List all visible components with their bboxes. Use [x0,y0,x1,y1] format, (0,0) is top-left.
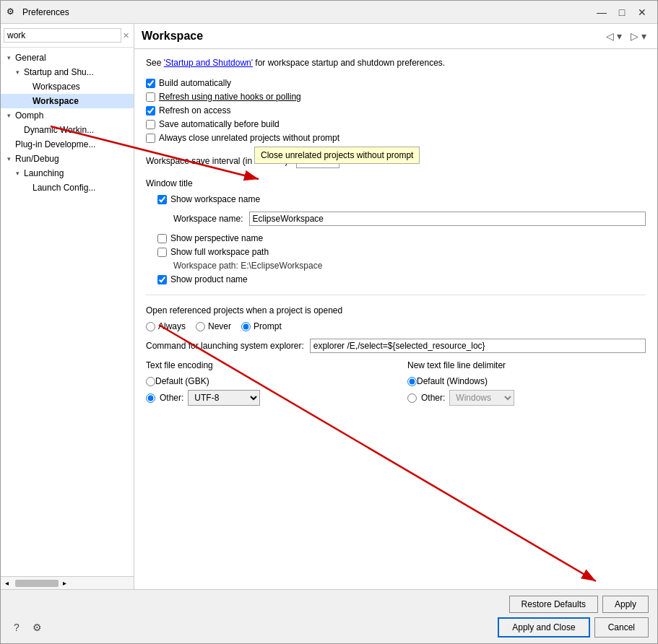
delimiter-other-radio[interactable] [407,393,417,403]
line-delimiter-text: New text file line delimiter [407,360,506,370]
tree-item-workspaces[interactable]: Workspaces [1,79,134,94]
save-interval-input[interactable]: 5 [296,154,339,168]
forward-button[interactable]: ▷ ▾ [627,28,650,44]
scroll-right-button[interactable]: ▸ [59,578,70,589]
always-close-checkbox[interactable] [146,134,155,143]
tree-item-dynamic[interactable]: Dynamic Workin... [1,123,134,137]
show-product-label: Show product name [170,274,248,284]
refresh-native-label: Refresh using native hooks or polling [159,92,301,102]
workspace-path-label: Workspace path: [173,261,241,271]
info-prefix: See [146,58,164,68]
maximize-button[interactable]: □ [612,3,631,22]
line-delimiter-section: New text file line delimiter Default (Wi… [407,360,646,406]
show-product-checkbox[interactable] [157,275,167,284]
never-radio[interactable] [196,322,205,331]
show-product-row: Show product name [157,274,646,284]
build-auto-label: Build automatically [159,78,231,88]
radio-never: Never [196,321,231,331]
delimiter-default-radio[interactable] [407,377,417,386]
tree-item-startup[interactable]: ▾ Startup and Shu... [1,65,134,79]
tree-item-oomph[interactable]: ▾ Oomph [1,108,134,123]
tree-item-general[interactable]: ▾ General [1,51,134,65]
command-label: Command for launching system explorer: [146,341,304,351]
workspace-name-label: Workspace name: [173,214,243,224]
search-input[interactable]: work [4,28,121,43]
delimiter-other-label: Other: [421,393,445,403]
tree-label: Workspaces [31,82,80,92]
tree-item-plugin[interactable]: Plug-in Developme... [1,137,134,152]
restore-defaults-button[interactable]: Restore Defaults [509,596,598,613]
workspace-name-input[interactable] [249,212,646,226]
cancel-button[interactable]: Cancel [594,617,649,638]
tree-label: Workspace [31,96,79,106]
right-header: Workspace ◁ ▾ ▷ ▾ [134,24,657,49]
bottom-buttons-row: Restore Defaults Apply [9,596,649,613]
search-clear-button[interactable]: ✕ [121,31,131,40]
prompt-radio[interactable] [241,322,251,331]
toggle-icon: ▾ [4,53,14,63]
refresh-access-label: Refresh on access [159,105,230,116]
main-content: work ✕ ▾ General ▾ Startup and Shu... [1,24,657,589]
two-col-section: Text file encoding Default (GBK) Other: … [146,360,646,406]
close-button[interactable]: ✕ [633,3,651,22]
refresh-native-checkbox[interactable] [146,92,155,102]
window-title: Preferences [22,7,592,17]
tree-label: Oomph [14,110,43,121]
workspace-path-line: Workspace path: E:\EclipseWorkspace [173,261,646,271]
refresh-access-checkbox[interactable] [146,106,155,116]
always-label: Always [158,321,186,331]
tree-label: Dynamic Workin... [22,125,94,135]
footer-icons: ? ⚙ [9,617,44,638]
toggle-icon: ▾ [12,168,22,178]
save-auto-checkbox[interactable] [146,120,155,129]
show-perspective-checkbox[interactable] [157,234,167,243]
toggle-icon: ▾ [4,154,14,164]
open-referenced-label: Open referenced projects when a project … [146,305,646,316]
delimiter-select[interactable]: Windows Unix Mac [449,390,514,406]
scroll-left-button[interactable]: ◂ [1,578,12,589]
settings-footer-icon[interactable]: ⚙ [30,620,44,635]
scroll-thumb[interactable] [15,580,59,587]
app-icon: ⚙ [7,6,18,18]
encoding-other-row: Other: UTF-8 GBK ISO-8859-1 [146,390,384,406]
encoding-other-radio[interactable] [146,393,155,403]
tree-item-launching[interactable]: ▾ Launching [1,166,134,180]
encoding-select[interactable]: UTF-8 GBK ISO-8859-1 [188,390,260,406]
minimize-button[interactable]: ― [592,3,611,22]
toggle-icon [21,96,31,106]
apply-button[interactable]: Apply [602,596,649,613]
tree-item-workspace[interactable]: Workspace [1,94,134,108]
delimiter-default-row: Default (Windows) [407,376,646,386]
encoding-default-radio[interactable] [146,377,155,386]
show-workspace-name-checkbox[interactable] [157,195,167,204]
text-encoding-section: Text file encoding Default (GBK) Other: … [146,360,384,406]
help-icon[interactable]: ? [9,620,24,635]
title-bar: ⚙ Preferences ― □ ✕ [1,1,657,24]
always-radio[interactable] [146,322,155,331]
show-workspace-name-row: Show workspace name [157,194,646,204]
tree-item-launchconfig[interactable]: Launch Config... [1,180,134,195]
left-scroll-bar: ◂ ▸ [1,576,134,589]
bottom-footer: ? ⚙ Apply and Close Cancel [9,617,649,638]
info-suffix: for workspace startup and shutdown prefe… [253,58,445,68]
right-panel: Workspace ◁ ▾ ▷ ▾ See 'Startup and Shutd… [134,24,657,589]
checkbox-refresh-native: Refresh using native hooks or polling [146,92,646,102]
back-button[interactable]: ◁ ▾ [602,28,625,44]
apply-close-button[interactable]: Apply and Close [498,617,589,638]
build-auto-checkbox[interactable] [146,79,155,88]
encoding-other-label: Other: [160,393,183,403]
left-panel: work ✕ ▾ General ▾ Startup and Shu... [1,24,134,589]
encoding-default-label: Default (GBK) [155,376,209,386]
toggle-icon [21,82,31,92]
tree-item-rundebug[interactable]: ▾ Run/Debug [1,152,134,166]
delimiter-default-label: Default (Windows) [417,376,488,386]
checkbox-always-close: Always close unrelated projects without … [146,133,646,143]
command-input[interactable]: explorer /E,/select=${selected_resource_… [310,339,646,353]
show-full-path-checkbox[interactable] [157,248,167,257]
bottom-bar: Restore Defaults Apply ? ⚙ Apply and Clo… [1,589,657,643]
show-full-path-label: Show full workspace path [170,247,269,257]
startup-shutdown-link[interactable]: 'Startup and Shutdown' [164,58,253,68]
divider [146,295,646,295]
tree-label: General [14,53,46,63]
show-workspace-name-label: Show workspace name [170,194,260,204]
